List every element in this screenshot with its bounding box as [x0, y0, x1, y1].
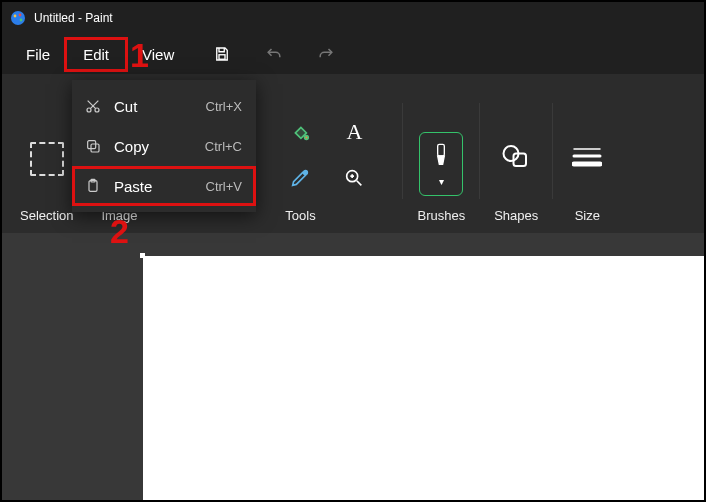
svg-rect-8: [438, 144, 445, 156]
edit-dropdown: Cut Ctrl+X Copy Ctrl+C Paste Ctrl+V: [72, 80, 256, 212]
group-selection[interactable]: Selection: [20, 132, 73, 223]
annotation-2: 2: [110, 212, 129, 251]
menu-edit[interactable]: Edit: [64, 37, 128, 72]
separator: [402, 103, 403, 199]
save-button[interactable]: [208, 40, 236, 68]
size-label: Size: [575, 208, 600, 223]
svg-point-2: [19, 14, 22, 17]
shapes-label: Shapes: [494, 208, 538, 223]
svg-point-1: [14, 15, 17, 18]
brushes-label: Brushes: [417, 208, 465, 223]
separator: [552, 103, 553, 199]
chevron-down-icon: ▾: [439, 176, 444, 187]
svg-point-3: [20, 19, 23, 22]
selection-icon: [30, 142, 64, 176]
menu-cut[interactable]: Cut Ctrl+X: [72, 86, 256, 126]
group-shapes[interactable]: Shapes: [494, 126, 538, 223]
paint-app-icon: [10, 10, 26, 26]
menu-copy[interactable]: Copy Ctrl+C: [72, 126, 256, 166]
menubar: File Edit View: [2, 34, 704, 74]
menu-file[interactable]: File: [12, 38, 64, 71]
paste-shortcut: Ctrl+V: [206, 179, 242, 194]
canvas-area: [2, 233, 704, 500]
window-title: Untitled - Paint: [34, 11, 113, 25]
redo-button[interactable]: [312, 40, 340, 68]
tools-label: Tools: [285, 208, 315, 223]
svg-point-5: [305, 136, 309, 140]
quick-access-toolbar: [208, 40, 340, 68]
size-icon: [567, 136, 607, 176]
paste-icon: [84, 178, 102, 194]
group-size[interactable]: Size: [567, 126, 607, 223]
fill-tool[interactable]: [276, 110, 324, 154]
color-picker-tool[interactable]: [276, 156, 324, 200]
svg-rect-4: [219, 55, 225, 60]
cut-shortcut: Ctrl+X: [206, 99, 242, 114]
brush-picker[interactable]: ▾: [419, 132, 463, 196]
shapes-icon: [496, 136, 536, 176]
titlebar: Untitled - Paint: [2, 2, 704, 34]
undo-button[interactable]: [260, 40, 288, 68]
copy-shortcut: Ctrl+C: [205, 139, 242, 154]
cut-label: Cut: [114, 98, 137, 115]
annotation-1: 1: [130, 36, 149, 75]
canvas-handle[interactable]: [140, 253, 145, 258]
svg-point-0: [11, 11, 25, 25]
magnifier-tool[interactable]: [330, 156, 378, 200]
cut-icon: [84, 98, 102, 114]
copy-label: Copy: [114, 138, 149, 155]
copy-icon: [84, 138, 102, 154]
paste-label: Paste: [114, 178, 152, 195]
separator: [479, 103, 480, 199]
svg-point-6: [304, 171, 308, 175]
paint-window: Untitled - Paint File Edit View: [2, 2, 704, 500]
text-tool[interactable]: A: [330, 110, 378, 154]
canvas[interactable]: [143, 256, 704, 500]
selection-label: Selection: [20, 208, 73, 223]
menu-paste[interactable]: Paste Ctrl+V: [72, 166, 256, 206]
group-brushes[interactable]: ▾ Brushes: [417, 132, 465, 223]
